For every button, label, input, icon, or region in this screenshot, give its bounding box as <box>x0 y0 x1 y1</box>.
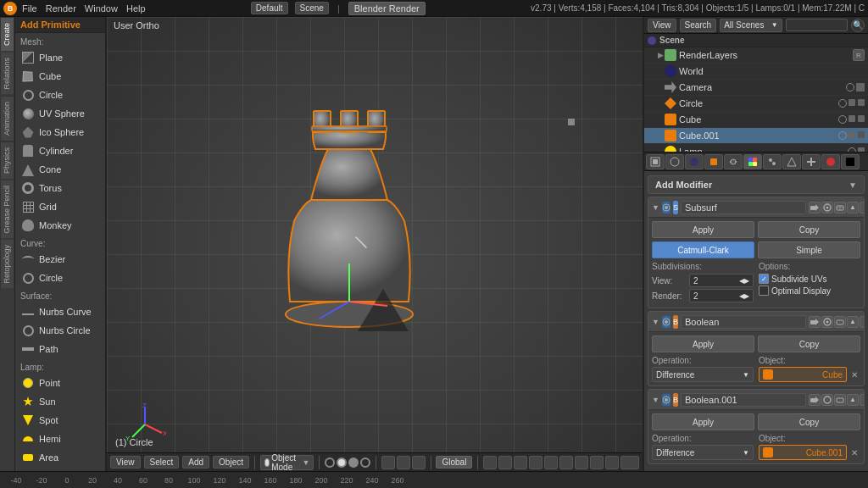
tree-item-camera[interactable]: Camera <box>644 80 868 96</box>
curve-item-bezier[interactable]: Bezier <box>15 250 105 269</box>
mesh-item-circle[interactable]: Circle <box>15 86 105 104</box>
curve-item-circle[interactable]: Circle <box>15 269 105 287</box>
lamp-item-point[interactable]: Point <box>15 374 105 392</box>
props-tab-texture[interactable] <box>841 154 860 169</box>
subdivide-uvs-checkbox[interactable]: ✓ <box>759 274 769 284</box>
optimal-display-checkbox[interactable] <box>759 286 769 296</box>
boolean001-copy-btn[interactable]: Copy <box>758 413 860 430</box>
boolean-edit-icon[interactable] <box>834 316 846 328</box>
sidebar-tab-grease-pencil[interactable]: Grease Pencil <box>0 180 14 240</box>
cube001-render-icon[interactable] <box>849 131 855 138</box>
subsurf-apply-btn[interactable]: Apply <box>652 221 754 238</box>
circle-render-icon[interactable] <box>849 99 855 106</box>
props-tab-render[interactable] <box>646 154 665 169</box>
viewport-ctrl-2[interactable] <box>397 456 410 469</box>
renderlayer-btn[interactable]: R <box>853 49 865 61</box>
display-dot-4[interactable] <box>360 458 370 468</box>
proportional-btn[interactable] <box>498 456 512 469</box>
boolean-down-icon[interactable]: ▼ <box>860 316 865 328</box>
boolean001-toggle-arrow[interactable]: ▼ <box>652 396 659 404</box>
tree-item-circle[interactable]: Circle <box>644 96 868 112</box>
render-engine[interactable]: Blender Render <box>348 2 426 15</box>
props-tab-object[interactable] <box>704 154 723 169</box>
sidebar-tab-retopology[interactable]: Retopology <box>0 239 14 290</box>
camera-render-icon[interactable] <box>856 83 865 92</box>
subsurf-name-input[interactable] <box>681 201 806 214</box>
extra-btn-7[interactable] <box>605 456 619 469</box>
boolean001-op-dropdown[interactable]: Difference ▼ <box>652 445 754 460</box>
props-tab-data[interactable] <box>802 154 821 169</box>
sidebar-tab-animation[interactable]: Animation <box>0 96 14 141</box>
subsurf-toggle-arrow[interactable]: ▼ <box>652 203 659 212</box>
tree-item-renderlayers[interactable]: ▶ RenderLayers R <box>644 47 868 64</box>
sidebar-tab-physics[interactable]: Physics <box>0 141 14 180</box>
sidebar-tab-create[interactable]: Create <box>0 17 14 52</box>
boolean001-cam-icon[interactable] <box>809 394 821 406</box>
props-tab-particles[interactable] <box>763 154 782 169</box>
subsurf-copy-btn[interactable]: Copy <box>758 221 860 238</box>
boolean001-obj-clear-btn[interactable]: ✕ <box>849 446 860 458</box>
boolean-up-icon[interactable]: ▲ <box>847 316 859 328</box>
tree-item-lamp[interactable]: Lamp <box>644 144 868 152</box>
display-dot-2[interactable] <box>337 458 347 468</box>
surface-item-nurbscircle[interactable]: Nurbs Circle <box>15 321 105 340</box>
viewport[interactable]: User Ortho <box>106 17 643 471</box>
cube001-vis-icon[interactable] <box>858 131 865 138</box>
cube-vis-icon[interactable] <box>858 115 865 122</box>
boolean001-obj-field[interactable]: Cube.001 <box>759 445 847 460</box>
object-button[interactable]: Object <box>213 456 249 469</box>
props-tab-world[interactable] <box>685 154 704 169</box>
render-btn[interactable] <box>620 456 639 469</box>
boolean-obj-clear-btn[interactable]: ✕ <box>849 369 860 380</box>
search-scenes-btn[interactable]: Search <box>680 19 717 32</box>
boolean-name-input[interactable] <box>681 315 806 329</box>
mesh-item-cube[interactable]: Cube <box>15 67 105 86</box>
menu-help[interactable]: Help <box>126 3 146 14</box>
viewport-ctrl-1[interactable] <box>381 456 395 469</box>
circle-vis-icon[interactable] <box>858 99 865 106</box>
lamp-item-hemi[interactable]: Hemi <box>15 430 105 448</box>
props-tab-constraints[interactable] <box>724 154 743 169</box>
boolean-vis-toggle[interactable] <box>662 316 670 328</box>
cube-eye-icon[interactable] <box>838 115 847 124</box>
coord-system[interactable]: Global <box>436 456 472 469</box>
subsurf-edit-icon[interactable] <box>834 202 846 214</box>
mesh-item-icosphere[interactable]: Ico Sphere <box>15 123 105 141</box>
screen-layout[interactable]: Default <box>251 2 288 14</box>
boolean001-up-icon[interactable]: ▲ <box>847 394 859 406</box>
props-tab-physics[interactable] <box>782 154 801 169</box>
display-dot-3[interactable] <box>348 458 359 468</box>
tree-item-cube[interactable]: Cube <box>644 112 868 128</box>
props-tab-modifiers[interactable] <box>743 154 762 169</box>
props-tab-scene[interactable] <box>665 154 684 169</box>
lamp-item-sun[interactable]: Sun <box>15 392 105 411</box>
boolean001-vis-toggle[interactable] <box>662 394 670 406</box>
boolean-toggle-arrow[interactable]: ▼ <box>652 318 659 326</box>
lamp-item-spot[interactable]: Spot <box>15 411 105 430</box>
add-modifier-bar[interactable]: Add Modifier ▼ <box>648 175 865 194</box>
boolean001-render-icon[interactable] <box>821 394 833 406</box>
lamp-item-area[interactable]: Area <box>15 448 105 467</box>
boolean-obj-field[interactable]: Cube <box>759 367 847 382</box>
camera-eye-icon[interactable] <box>846 83 854 92</box>
subsurf-cam-icon[interactable] <box>809 202 821 214</box>
extra-btn-2[interactable] <box>529 456 542 469</box>
menu-window[interactable]: Window <box>85 3 118 14</box>
view-button[interactable]: View <box>110 456 141 469</box>
viewport-ctrl-3[interactable] <box>412 456 426 469</box>
mesh-item-cylinder[interactable]: Cylinder <box>15 141 105 160</box>
cube-render-icon[interactable] <box>849 115 855 122</box>
props-tab-material[interactable] <box>821 154 840 169</box>
boolean001-apply-btn[interactable]: Apply <box>652 413 754 430</box>
boolean001-edit-icon[interactable] <box>834 394 846 406</box>
boolean-cam-icon[interactable] <box>809 316 821 328</box>
menu-render[interactable]: Render <box>46 3 76 14</box>
extra-btn-6[interactable] <box>590 456 604 469</box>
surface-item-nurbscurve[interactable]: Nurbs Curve <box>15 302 105 321</box>
catmull-clark-btn[interactable]: Catmull-Clark <box>652 241 754 258</box>
tree-item-cube001[interactable]: Cube.001 <box>644 128 868 144</box>
extra-btn-5[interactable] <box>575 456 588 469</box>
scene-search-input[interactable] <box>786 19 848 31</box>
subsurf-vis-toggle[interactable] <box>662 202 670 214</box>
display-dot-1[interactable] <box>325 458 335 468</box>
